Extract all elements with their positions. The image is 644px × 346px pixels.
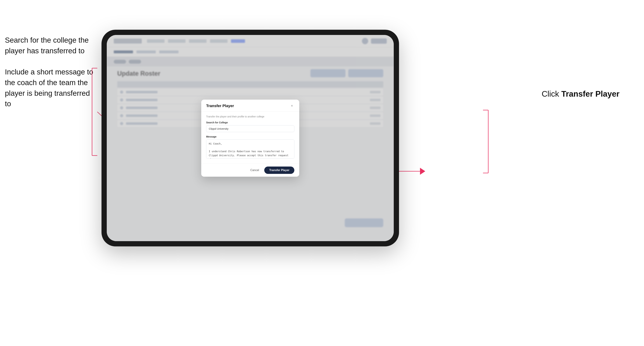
transfer-player-button[interactable]: Transfer Player (264, 167, 294, 174)
transfer-player-modal: Transfer Player × Transfer the player an… (201, 100, 299, 177)
tablet-screen: Update Roster (107, 35, 394, 241)
modal-header: Transfer Player × (201, 100, 299, 112)
search-college-label: Search for College (206, 121, 294, 124)
message-textarea[interactable]: Hi Coach, I understand Chris Robertson h… (206, 140, 294, 159)
modal-title: Transfer Player (206, 104, 234, 108)
annotation-click-prefix: Click (542, 89, 561, 98)
modal-body: Transfer the player and their profile to… (201, 112, 299, 164)
svg-marker-6 (420, 168, 425, 175)
search-college-input[interactable] (206, 125, 294, 132)
annotation-left: Search for the college the player has tr… (5, 35, 96, 120)
modal-overlay: Transfer Player × Transfer the player an… (107, 35, 394, 241)
modal-close-button[interactable]: × (290, 103, 294, 108)
cancel-button[interactable]: Cancel (248, 167, 262, 173)
modal-description: Transfer the player and their profile to… (206, 115, 294, 118)
tablet-frame: Update Roster (102, 30, 399, 246)
modal-footer: Cancel Transfer Player (201, 164, 299, 177)
annotation-search-text: Search for the college the player has tr… (5, 35, 96, 56)
annotation-message-text: Include a short message to the coach of … (5, 67, 96, 109)
message-label: Message (206, 135, 294, 138)
annotation-right: Click Transfer Player (542, 89, 620, 99)
annotation-transfer-bold: Transfer Player (562, 89, 620, 98)
